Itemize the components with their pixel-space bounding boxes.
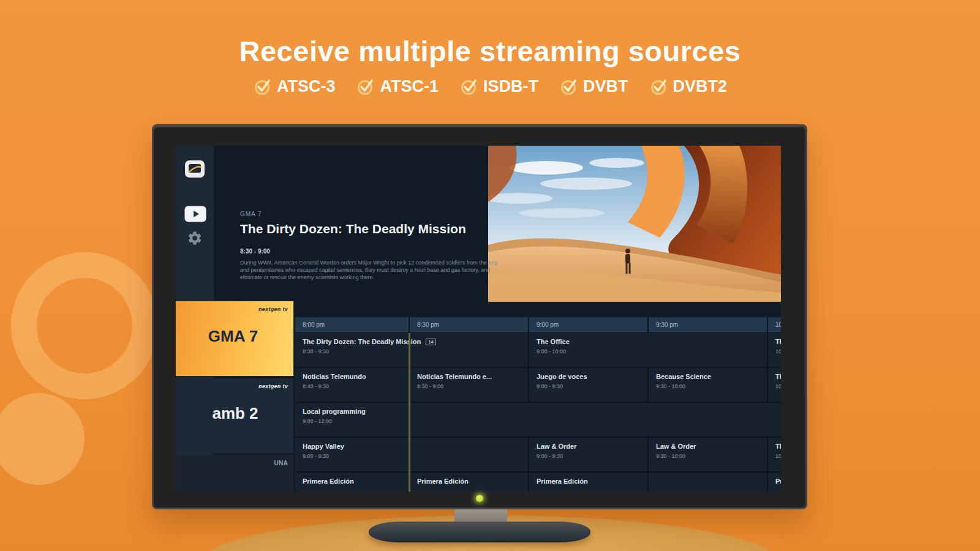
rating-badge: 14 [426,339,436,345]
page-title: Receive multiple streaming sources [0,34,980,68]
standard-badge: ATSC-3 [253,77,336,96]
time-slot-label: 10:00 pm [768,317,781,332]
program-cell[interactable]: Noticias Telemundo e... 8:30 - 9:00 [410,368,528,402]
nextgen-tv-logo: nextgen tv [258,383,288,389]
program-cell[interactable]: The 10: [768,368,781,402]
tv-screen: GMA 7 The Dirty Dozen: The Deadly Missio… [176,146,781,492]
check-icon [559,77,578,96]
program-cell[interactable]: Primera Edición [295,473,409,492]
program-title: Happy Valley [303,443,401,450]
program-title: Law & Order [537,443,640,450]
program-time: 8:30 - 9:00 [417,383,521,389]
program-cell[interactable]: Primera Edición [410,473,528,492]
page-background: Receive multiple streaming sources ATSC-… [0,0,980,551]
channel-name: amb 2 [177,404,293,423]
power-led [476,495,483,502]
channel-card-amb2[interactable]: nextgen tv amb 2 [177,378,293,453]
standard-label: ISDB-T [483,77,538,96]
program-title: Local programming [303,408,401,415]
tv-stand-base [369,522,590,542]
check-icon [253,77,272,96]
program-time: 10: [775,348,781,354]
channel-card-gma7[interactable]: nextgen tv GMA 7 [176,301,294,377]
live-tv-icon[interactable] [184,206,206,225]
channel-name: GMA 7 [176,327,293,346]
check-icon [356,77,375,96]
program-cell[interactable]: Happy Valley 9:00 - 9:30 [295,438,409,471]
program-time: 10: [775,453,781,459]
program-cell[interactable]: The 10: [768,333,781,367]
program-cell[interactable]: Pri [768,473,781,492]
program-title: Primera Edición [417,478,521,485]
standard-badge: ATSC-1 [356,77,439,96]
current-time-indicator [409,333,410,492]
program-title: Primera Edición [303,478,401,485]
program-time: 8:40 - 9:30 [303,383,401,389]
program-title: The Office [537,338,760,345]
standard-badge: DVBT2 [649,77,728,96]
program-title: The Dirty Dozen: The Deadly Mission [303,338,421,345]
program-time: 9:30 - 10:00 [656,383,760,389]
hero-time: 8:30 - 9:00 [240,248,270,255]
program-title: Noticias Telemundo e... [417,373,521,380]
program-time: 9:30 - 10:00 [656,453,760,459]
program-cell[interactable]: Law & Order 9:00 - 9:30 [529,438,647,471]
standard-badge: DVBT [559,77,628,96]
time-slot-label: 9:30 pm [649,317,767,332]
program-cell[interactable]: The 10: [768,438,781,471]
program-time: 9:00 - 9:30 [537,383,640,389]
program-cell[interactable]: Noticias Telemundo 8:40 - 9:30 [295,368,409,402]
program-title: Pri [775,478,781,485]
program-title: Law & Order [656,443,760,450]
program-cell[interactable]: Local programming 9:00 - 12:00 [295,403,409,437]
program-title: Juego de voces [537,373,640,380]
nextgen-tv-logo: nextgen tv [258,306,288,312]
hero-channel-label: GMA 7 [240,211,262,217]
decor-ring [11,252,158,399]
hero-promo-image [488,146,781,302]
program-cell-empty [410,403,781,437]
program-cell[interactable]: The Dirty Dozen: The Deadly Mission14 8:… [295,333,528,367]
hero-description: During WWII, American General Worden ord… [240,259,507,281]
program-time: 9:00 - 9:30 [537,453,640,459]
standards-list: ATSC-3 ATSC-1 ISDB-T DVBT DVBT2 [0,77,980,96]
channel-card-partial[interactable]: UNA [177,455,293,492]
program-title: Because Science [656,373,760,380]
program-title: Primera Edición [537,478,640,485]
app-logo-icon[interactable] [184,160,205,181]
settings-icon[interactable] [187,230,203,249]
program-title: The [775,443,781,450]
program-time: 9:00 - 12:00 [303,418,401,424]
program-cell[interactable]: The Office 9:00 - 10:00 [529,333,767,367]
program-title: The [775,373,781,380]
standard-label: DVBT [583,77,628,96]
time-slot-label: 8:30 pm [410,317,528,332]
program-time: 10: [775,383,781,389]
time-slot-label: 8:00 pm [295,317,409,332]
program-cell[interactable]: Because Science 9:30 - 10:00 [649,368,767,402]
program-cell[interactable]: Juego de voces 9:00 - 9:30 [529,368,647,402]
program-cell[interactable]: Primera Edición [529,473,647,492]
check-icon [649,77,668,96]
program-time: 8:30 - 9:30 [303,348,521,354]
time-slot-label: 9:00 pm [529,317,647,332]
standard-label: ATSC-1 [380,77,439,96]
program-time: 9:00 - 10:00 [537,348,760,354]
program-time: 9:00 - 9:30 [303,453,401,459]
decor-circle [0,393,85,485]
standard-badge: ISDB-T [459,77,538,96]
hero-title: The Dirty Dozen: The Deadly Mission [240,222,466,236]
program-title: Noticias Telemundo [303,373,401,380]
program-title: The [775,338,781,345]
check-icon [459,77,478,96]
program-cell[interactable]: Law & Order 9:30 - 10:00 [649,438,767,471]
tv-frame: GMA 7 The Dirty Dozen: The Deadly Missio… [152,124,807,509]
standard-label: ATSC-3 [277,77,336,96]
program-cell-empty [649,473,767,492]
program-cell-empty [410,438,528,471]
standard-label: DVBT2 [673,77,728,96]
channel-brand-partial: UNA [274,460,288,467]
